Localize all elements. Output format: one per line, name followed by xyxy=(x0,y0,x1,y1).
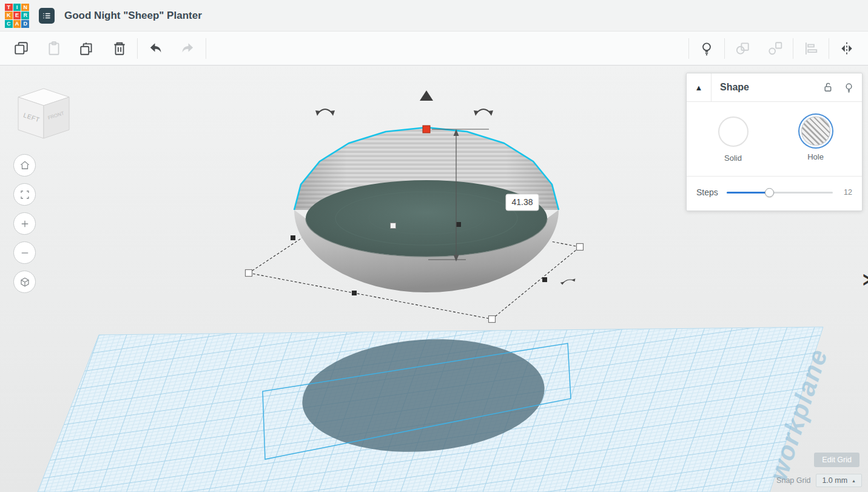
mirror-icon xyxy=(839,41,855,56)
design-menu-icon xyxy=(42,11,52,21)
scale-handle-edge[interactable] xyxy=(291,235,295,240)
minus-icon xyxy=(19,248,30,258)
main-toolbar xyxy=(0,32,868,66)
delete-button[interactable] xyxy=(103,32,136,65)
lock-icon[interactable] xyxy=(823,82,835,93)
hole-swatch[interactable] xyxy=(801,116,830,146)
tinkercad-app: T I N K E R C A D Good Night "Sheep" Pla… xyxy=(0,0,868,492)
copy-icon xyxy=(13,41,29,56)
duplicate-button[interactable] xyxy=(70,32,103,65)
ungroup-icon xyxy=(767,41,783,56)
slider-fill xyxy=(727,192,769,194)
fit-view-button[interactable] xyxy=(13,183,36,206)
steps-slider[interactable] xyxy=(727,188,833,197)
home-view-button[interactable] xyxy=(13,154,36,177)
toolbar-separator xyxy=(793,38,793,59)
panel-toggle-chevron[interactable]: > xyxy=(863,268,868,292)
scale-handle-corner[interactable] xyxy=(391,223,396,229)
duplicate-icon xyxy=(79,41,95,56)
fit-view-icon xyxy=(19,189,30,200)
redo-button[interactable] xyxy=(172,32,204,65)
logo-tile: C xyxy=(5,20,13,28)
dimension-value[interactable]: 41.38 xyxy=(511,197,533,207)
logo-tile: D xyxy=(21,20,29,28)
scale-handle-edge[interactable] xyxy=(456,222,461,227)
hole-label: Hole xyxy=(807,152,824,161)
view-cube[interactable]: LEFT FRONT xyxy=(16,84,72,144)
caret-up-icon: ▲ xyxy=(852,479,856,483)
steps-label: Steps xyxy=(696,187,718,197)
tinkercad-logo[interactable]: T I N K E R C A D xyxy=(5,4,29,28)
zoom-in-button[interactable] xyxy=(13,212,36,235)
copy-button[interactable] xyxy=(5,32,38,65)
snap-grid-label: Snap Grid xyxy=(776,476,810,485)
scale-handle-edge[interactable] xyxy=(542,277,547,282)
scale-handle-height[interactable] xyxy=(423,126,430,133)
logo-tile: I xyxy=(13,4,21,12)
design-menu-button[interactable] xyxy=(39,8,55,24)
steps-value: 12 xyxy=(841,188,852,197)
lightbulb-icon xyxy=(699,41,715,56)
toolbar-separator xyxy=(206,38,206,59)
view-nav xyxy=(13,154,36,293)
design-title[interactable]: Good Night "Sheep" Planter xyxy=(64,10,202,22)
paste-button[interactable] xyxy=(38,32,70,65)
undo-icon xyxy=(147,41,163,56)
logo-tile: E xyxy=(13,12,21,19)
redo-icon xyxy=(180,41,196,56)
material-options: Solid Hole xyxy=(687,102,862,166)
collapse-arrow-icon: ▲ xyxy=(695,83,703,92)
slider-knob[interactable] xyxy=(765,188,774,197)
group-button[interactable] xyxy=(726,32,759,65)
toolbar-separator xyxy=(688,38,689,59)
snap-grid-value: 1.0 mm xyxy=(822,476,847,485)
logo-tile: T xyxy=(5,4,13,12)
snap-grid-control: Snap Grid 1.0 mm ▲ xyxy=(776,474,862,487)
plus-icon xyxy=(19,218,30,229)
logo-tile: N xyxy=(21,4,29,12)
zoom-out-button[interactable] xyxy=(13,241,36,264)
material-hole[interactable]: Hole xyxy=(790,116,841,163)
material-solid[interactable]: Solid xyxy=(708,116,759,163)
logo-tile: A xyxy=(13,20,21,28)
toolbar-separator xyxy=(829,38,829,59)
solid-label: Solid xyxy=(724,153,742,163)
hide-lightbulb-icon[interactable] xyxy=(843,82,855,93)
toolbar-separator xyxy=(137,38,138,59)
solid-swatch[interactable] xyxy=(718,116,749,147)
edit-grid-button[interactable]: Edit Grid xyxy=(814,453,860,467)
scale-handle-edge[interactable] xyxy=(352,291,357,295)
align-icon xyxy=(803,41,819,56)
group-icon xyxy=(735,41,750,56)
perspective-cube-icon xyxy=(19,277,30,288)
ungroup-button[interactable] xyxy=(759,32,792,65)
logo-tile: K xyxy=(5,12,13,19)
viewport-3d[interactable]: workplane xyxy=(0,66,868,492)
undo-button[interactable] xyxy=(139,32,172,65)
collapse-panel-button[interactable]: ▲ xyxy=(687,73,712,101)
scale-handle-corner[interactable] xyxy=(246,270,252,277)
mirror-button[interactable] xyxy=(830,32,863,65)
trash-icon xyxy=(112,41,127,56)
inspector-title: Shape xyxy=(720,82,749,93)
shape-inspector: ▲ Shape Solid xyxy=(686,73,863,211)
scale-handle-corner[interactable] xyxy=(489,316,496,323)
logo-tile: R xyxy=(21,12,29,19)
top-header: T I N K E R C A D Good Night "Sheep" Pla… xyxy=(0,0,868,32)
steps-control: Steps 12 xyxy=(687,176,862,211)
align-button[interactable] xyxy=(795,32,827,65)
home-icon xyxy=(19,160,30,171)
scale-handle-corner[interactable] xyxy=(577,244,584,251)
toolbar-separator xyxy=(724,38,725,59)
paste-icon xyxy=(46,41,62,56)
show-all-button[interactable] xyxy=(690,32,723,65)
snap-grid-select[interactable]: 1.0 mm ▲ xyxy=(816,474,862,487)
orthographic-toggle-button[interactable] xyxy=(13,271,36,293)
inspector-header: ▲ Shape xyxy=(687,73,862,102)
